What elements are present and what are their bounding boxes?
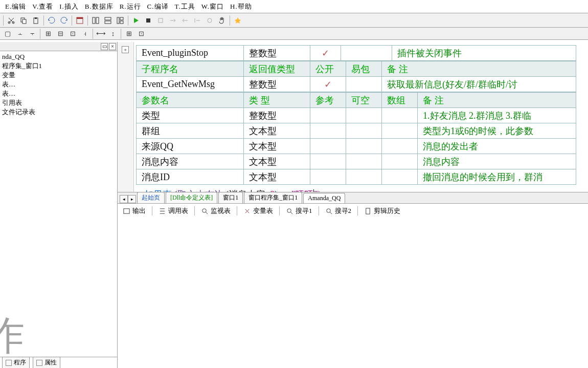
menu-window[interactable]: W.窗口	[198, 2, 227, 11]
proc-type[interactable]: 整数型	[244, 77, 310, 92]
stop-icon[interactable]	[143, 15, 154, 26]
hdr-col: 数组	[382, 93, 418, 108]
step5-icon[interactable]	[204, 15, 215, 26]
cut-icon[interactable]	[6, 15, 17, 26]
menu-run[interactable]: R.运行	[117, 2, 144, 11]
tree-item[interactable]: 表…	[1, 89, 117, 98]
param-name[interactable]: 群组	[137, 123, 244, 139]
menu-database[interactable]: B.数据库	[82, 2, 117, 11]
proc-check[interactable]: ✓	[310, 46, 341, 61]
align2-icon: ⫠	[14, 28, 26, 39]
gutter: + ⤶	[118, 42, 134, 192]
proc-name[interactable]: Event_GetNewMsg	[137, 77, 244, 92]
layout3-icon[interactable]	[115, 15, 126, 26]
param-desc[interactable]: 类型为1或6的时候，此参数	[418, 123, 576, 139]
step3-icon[interactable]	[179, 15, 191, 26]
tree-item[interactable]: 文件记录表	[1, 107, 117, 117]
output-area	[118, 219, 588, 369]
tab-dll[interactable]: [Dll命令定义表]	[166, 192, 217, 203]
tree-item[interactable]: 变量	[1, 71, 117, 80]
bottom-vars[interactable]: 变量表	[243, 206, 273, 215]
proc-desc[interactable]: 获取最新信息(好友/群/群临时/讨	[382, 77, 576, 92]
hdr-col: 类 型	[244, 93, 310, 108]
tab-window1[interactable]: 窗口1	[218, 192, 243, 203]
hand-icon[interactable]	[216, 15, 228, 26]
undo-icon[interactable]	[46, 15, 57, 26]
param-type[interactable]: 文本型	[244, 123, 310, 139]
svg-rect-16	[159, 18, 163, 23]
svg-point-19	[202, 208, 207, 212]
hdr-col: 备 注	[382, 61, 576, 77]
param-desc[interactable]: 消息的发出者	[418, 139, 576, 154]
tree-item[interactable]: 表…	[1, 80, 117, 89]
wizard-icon[interactable]	[232, 15, 243, 26]
size2-icon: ↕	[107, 28, 119, 39]
editor-tabstrip: ◂ ▸ 起始页 [Dll命令定义表] 窗口1 窗口程序集_窗口1 Amanda_…	[118, 192, 588, 203]
copy-icon[interactable]	[18, 15, 29, 26]
step2-icon[interactable]	[167, 15, 178, 26]
proc-desc[interactable]: 插件被关闭事件	[392, 46, 576, 61]
svg-rect-8	[93, 17, 95, 24]
bottom-output[interactable]: 输出	[123, 206, 146, 215]
run-icon[interactable]	[130, 15, 142, 26]
layout1-icon[interactable]	[90, 15, 101, 26]
tree-item[interactable]: nda_QQ	[1, 52, 117, 61]
hdr-col: 易包	[346, 61, 382, 77]
tab-windowset[interactable]: 窗口程序集_窗口1	[244, 192, 302, 203]
align3-icon: ⫟	[27, 28, 38, 39]
step4-icon[interactable]	[192, 15, 203, 26]
tab-start[interactable]: 起始页	[137, 192, 165, 203]
menu-help[interactable]: H.帮助	[227, 2, 255, 11]
param-type[interactable]: 文本型	[244, 169, 310, 185]
tabs-scroll-left[interactable]: ◂	[120, 195, 128, 203]
bottom-search1[interactable]: 搜寻1	[286, 206, 312, 215]
bottom-watch[interactable]: 监视表	[201, 206, 231, 215]
tab-properties[interactable]: 属性	[33, 357, 60, 368]
align1-icon: ▢	[2, 28, 13, 39]
step1-icon[interactable]	[155, 15, 166, 26]
proc-type[interactable]: 整数型	[244, 46, 310, 61]
menu-insert[interactable]: I.插入	[56, 2, 82, 11]
paste-icon[interactable]	[30, 15, 41, 26]
sidebar: ▭ × nda_QQ 程序集_窗口1 变量 表… 表… 引用表 文件记录表 作 …	[0, 42, 118, 368]
code-line-if[interactable]: 如果真 (取文本左边 (消息内容, 8) ＝ "旺旺")	[136, 185, 588, 192]
param-desc[interactable]: 撤回消息的时候会用到，群消	[418, 169, 576, 185]
param-type[interactable]: 文本型	[244, 154, 310, 169]
menu-edit[interactable]: E.编辑	[2, 2, 29, 11]
param-name[interactable]: 来源QQ	[137, 139, 244, 154]
redo-icon[interactable]	[58, 15, 70, 26]
param-desc[interactable]: 1.好友消息 2.群消息 3.群临	[418, 108, 576, 123]
tabs-scroll-right[interactable]: ▸	[128, 195, 136, 203]
proc-empty[interactable]	[341, 46, 392, 61]
param-name[interactable]: 消息ID	[137, 169, 244, 185]
bottom-calltable[interactable]: 调用表	[159, 206, 188, 215]
layout2-icon[interactable]	[102, 15, 114, 26]
menu-tools[interactable]: T.工具	[172, 2, 198, 11]
proc-check[interactable]: ✓	[310, 77, 346, 92]
program-icon	[6, 360, 12, 366]
param-desc[interactable]: 消息内容	[418, 154, 576, 169]
code-editor[interactable]: Event_pluginStop 整数型 ✓ 插件被关闭事件 子程序名 返回值类…	[134, 42, 588, 192]
tab-amanda[interactable]: Amanda_QQ	[303, 193, 345, 203]
proc-empty[interactable]	[346, 77, 382, 92]
svg-rect-15	[146, 18, 150, 23]
sidebar-pin-icon[interactable]: ▭	[101, 43, 108, 50]
proc-name[interactable]: Event_pluginStop	[137, 46, 244, 61]
hdr-col: 公开	[310, 61, 346, 77]
param-name[interactable]: 类型	[137, 108, 244, 123]
form-icon[interactable]	[74, 15, 85, 26]
bottom-search2[interactable]: 搜寻2	[325, 206, 352, 215]
tree-item[interactable]: 引用表	[1, 98, 117, 107]
bottom-cliphistory[interactable]: 剪辑历史	[364, 206, 400, 215]
tree-item[interactable]: 程序集_窗口1	[1, 61, 117, 71]
hdr-col: 参数名	[137, 93, 244, 108]
param-type[interactable]: 文本型	[244, 139, 310, 154]
param-type[interactable]: 整数型	[244, 108, 310, 123]
param-name[interactable]: 消息内容	[137, 154, 244, 169]
fold-plus-icon[interactable]: +	[122, 46, 129, 53]
tab-program[interactable]: 程序	[2, 357, 30, 368]
menu-compile[interactable]: C.编译	[144, 2, 172, 11]
sidebar-close-icon[interactable]: ×	[109, 43, 116, 50]
menu-view[interactable]: V.查看	[29, 2, 56, 11]
project-tree[interactable]: nda_QQ 程序集_窗口1 变量 表… 表… 引用表 文件记录表	[0, 51, 117, 118]
